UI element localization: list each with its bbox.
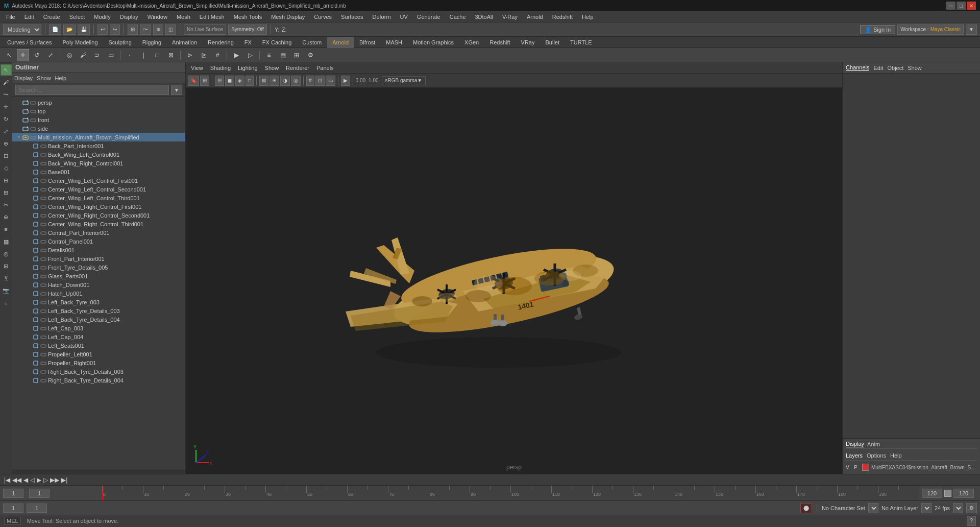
grid-btn[interactable]: # xyxy=(306,76,314,86)
tool-tab-vray[interactable]: VRay xyxy=(516,37,540,48)
new-scene-button[interactable]: 📄 xyxy=(49,25,61,35)
gamma-selector[interactable]: sRGB gamma ▼ xyxy=(382,76,426,85)
tree-item[interactable]: front xyxy=(12,115,185,124)
tool-tab-curves-/-surfaces[interactable]: Curves / Surfaces xyxy=(2,37,57,48)
menu-item-deform[interactable]: Deform xyxy=(368,13,395,21)
snap-to-point-button[interactable]: ⊕ xyxy=(153,25,163,35)
menu-item-arnold[interactable]: Arnold xyxy=(523,13,547,21)
tool-tab-custom[interactable]: Custom xyxy=(297,37,327,48)
tool-tab-bullet[interactable]: Bullet xyxy=(541,37,565,48)
quad-draw-tool[interactable]: ▦ xyxy=(1,236,12,247)
shade-wire-btn[interactable]: ◈ xyxy=(235,76,244,86)
search-options-button[interactable]: ▼ xyxy=(171,85,182,95)
ipr-button[interactable]: ▷ xyxy=(244,49,256,61)
sign-in-button[interactable]: 👤 Sign In xyxy=(860,25,895,34)
outliner-display-menu[interactable]: Display xyxy=(14,75,33,81)
menu-item-curves[interactable]: Curves xyxy=(310,13,336,21)
tree-item[interactable]: Back_Part_Interior001 xyxy=(12,141,185,150)
component-edge-button[interactable]: | xyxy=(137,49,150,61)
menu-item-select[interactable]: Select xyxy=(65,13,89,21)
tree-item[interactable]: side xyxy=(12,124,185,133)
rotate-tool[interactable]: ↻ xyxy=(1,113,12,125)
tool-tab-fx-caching[interactable]: FX Caching xyxy=(257,37,297,48)
display-anim-display-tab[interactable]: Display xyxy=(846,441,864,447)
paint-select-button[interactable]: 🖌 xyxy=(77,49,89,61)
bridge-tool[interactable]: ⊟ xyxy=(1,175,12,186)
start-frame-field[interactable] xyxy=(3,504,23,513)
camera-gate-btn[interactable]: ⊡ xyxy=(315,76,325,86)
select-tool[interactable]: ↖ xyxy=(1,64,12,76)
tree-item[interactable]: Details001 xyxy=(12,246,185,254)
help-line-btn[interactable]: ? xyxy=(967,516,976,526)
timeline[interactable]: : 01020304050607080901001101201301401501… xyxy=(0,485,980,500)
snap-to-view-button[interactable]: ◫ xyxy=(165,25,176,35)
tree-item[interactable]: Center_Wing_Left_Control_Third001 xyxy=(12,194,185,202)
snap-to-curve-button[interactable]: 〜 xyxy=(140,25,151,35)
tree-item[interactable]: Left_Cap_004 xyxy=(12,332,185,341)
outliner-show-menu[interactable]: Show xyxy=(37,75,51,81)
tree-item[interactable]: Right_Back_Tyre_Details_003 xyxy=(12,367,185,376)
cut-tool[interactable]: ✂ xyxy=(1,199,12,210)
redo-button[interactable]: ↪ xyxy=(110,25,120,35)
undo-button[interactable]: ↩ xyxy=(97,25,108,35)
menu-item-display[interactable]: Display xyxy=(116,13,142,21)
tree-item[interactable]: Center_Wing_Left_Control_First001 xyxy=(12,176,185,185)
snap-vertex-button[interactable]: ⊳ xyxy=(184,49,196,61)
tree-item[interactable]: Center_Wing_Right_Control_Third001 xyxy=(12,220,185,228)
menu-item-create[interactable]: Create xyxy=(39,13,64,21)
tree-item[interactable]: Left_Back_Tyre_003 xyxy=(12,298,185,306)
lighting-menu[interactable]: Lighting xyxy=(236,65,260,71)
save-scene-button[interactable]: 💾 xyxy=(78,25,90,35)
last-frame-btn[interactable]: ▶| xyxy=(60,475,68,485)
tool-tab-sculpting[interactable]: Sculpting xyxy=(104,37,137,48)
tool-tab-rigging[interactable]: Rigging xyxy=(137,37,166,48)
end-frame-field[interactable] xyxy=(27,504,47,513)
current-frame-input[interactable] xyxy=(3,489,23,498)
outliner-hscroll[interactable] xyxy=(12,469,185,474)
show-menu[interactable]: Show xyxy=(263,65,281,71)
smooth-shade-btn[interactable]: ◼ xyxy=(225,76,234,86)
bounding-box-btn[interactable]: □ xyxy=(246,76,254,86)
menu-item-mesh[interactable]: Mesh xyxy=(173,13,194,21)
next-frame-btn[interactable]: ▶▶ xyxy=(49,475,60,485)
menu-item-generate[interactable]: Generate xyxy=(413,13,445,21)
camera-bookmark-btn[interactable]: 🔖 xyxy=(188,76,199,86)
menu-item-cache[interactable]: Cache xyxy=(446,13,470,21)
tree-item[interactable]: Left_Back_Tyre_Details_003 xyxy=(12,306,185,315)
tree-item[interactable]: Central_Part_Interior001 xyxy=(12,228,185,237)
tool-tab-motion-graphics[interactable]: Motion Graphics xyxy=(408,37,459,48)
play-stop-btn[interactable]: ▶ xyxy=(36,475,42,485)
shading-menu[interactable]: Shading xyxy=(208,65,233,71)
edit-tab[interactable]: Edit xyxy=(873,65,883,71)
component-uv-button[interactable]: ⊠ xyxy=(165,49,177,61)
close-button[interactable]: ✕ xyxy=(967,2,976,10)
tree-item[interactable]: Front_Tyre_Details_005 xyxy=(12,263,185,272)
anim-layer-selector[interactable]: ▼ xyxy=(921,503,932,513)
prev-frame-btn[interactable]: ◀◀ xyxy=(11,475,22,485)
tree-item[interactable]: ▼ Multi_mission_Aircraft_Brown_Simplifie… xyxy=(12,133,185,141)
display-anim-anim-tab[interactable]: Anim xyxy=(867,441,880,447)
outliner-help-menu[interactable]: Help xyxy=(55,75,67,81)
tool-tab-bifrost[interactable]: Bifrost xyxy=(354,37,380,48)
tree-item[interactable]: Left_Cap_003 xyxy=(12,324,185,332)
options-label[interactable]: Options xyxy=(867,452,886,459)
tool-tab-redshift[interactable]: Redshift xyxy=(484,37,515,48)
open-scene-button[interactable]: 📂 xyxy=(63,25,76,35)
tree-item[interactable]: Glass_Parts001 xyxy=(12,272,185,280)
menu-item-modify[interactable]: Modify xyxy=(90,13,114,21)
next-key-btn[interactable]: ▷ xyxy=(42,475,49,485)
playblast-btn[interactable]: ▶ xyxy=(341,76,350,86)
transform-tool-button[interactable]: ✛ xyxy=(17,49,29,61)
attribute-editor-button[interactable]: ⊞ xyxy=(290,49,303,61)
layer-color-swatch[interactable] xyxy=(862,464,869,471)
snap-grid-button[interactable]: # xyxy=(211,49,224,61)
tree-item[interactable]: Back_Wing_Right_Control001 xyxy=(12,159,185,167)
tool-tab-xgen[interactable]: XGen xyxy=(459,37,484,48)
prev-key-btn[interactable]: ◀ xyxy=(22,475,29,485)
tool-tab-mash[interactable]: MASH xyxy=(381,37,407,48)
curve-tool[interactable]: 〜 xyxy=(1,89,12,100)
tool-tab-fx[interactable]: FX xyxy=(239,37,257,48)
component-face-button[interactable]: □ xyxy=(151,49,163,61)
menu-item-3dtoall[interactable]: 3DtoAll xyxy=(471,13,497,21)
display-layer-button[interactable]: ≡ xyxy=(263,49,275,61)
